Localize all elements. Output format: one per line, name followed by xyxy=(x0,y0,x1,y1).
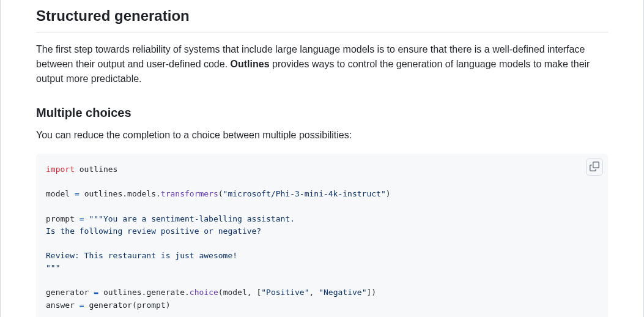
code-token: ( xyxy=(218,189,223,198)
code-token: generator xyxy=(46,288,89,297)
code-block: import outlines model = outlines.models.… xyxy=(36,154,608,317)
code-token: , xyxy=(309,288,319,297)
code-token: choice xyxy=(190,288,218,297)
code-token: answer xyxy=(46,300,75,310)
code-token: ( xyxy=(132,300,137,310)
section-heading: Structured generation xyxy=(36,5,608,32)
section-lead: The first step towards reliability of sy… xyxy=(36,42,608,86)
code-token: "Positive" xyxy=(261,288,309,297)
code-content: import outlines model = outlines.models.… xyxy=(46,163,598,311)
code-token: outlines.generate. xyxy=(103,288,190,297)
code-token: outlines.models. xyxy=(84,189,161,198)
copy-icon xyxy=(590,162,599,173)
code-token: model xyxy=(223,288,247,297)
code-token: = xyxy=(75,214,89,223)
code-token: , xyxy=(247,288,257,297)
code-token: transformers xyxy=(161,189,218,198)
code-token: import xyxy=(46,165,75,174)
code-token: outlines xyxy=(80,165,118,174)
code-token: ( xyxy=(218,288,223,297)
copy-button[interactable] xyxy=(586,158,603,176)
subsection-heading: Multiple choices xyxy=(36,103,608,122)
code-token: ) xyxy=(371,288,376,297)
code-token: ) xyxy=(166,300,171,310)
code-token xyxy=(75,165,80,174)
code-token: "microsoft/Phi-3-mini-4k-instruct" xyxy=(223,189,386,198)
code-token: model xyxy=(46,189,70,198)
lead-bold: Outlines xyxy=(231,59,270,69)
code-token: prompt xyxy=(137,300,166,310)
code-token: "Negative" xyxy=(319,288,366,297)
code-token: = xyxy=(89,288,103,297)
code-token: = xyxy=(75,300,89,310)
code-token: generator xyxy=(89,300,131,310)
subsection-body: You can reduce the completion to a choic… xyxy=(36,128,608,143)
code-token: ) xyxy=(386,189,391,198)
code-token: prompt xyxy=(46,214,75,223)
code-token: = xyxy=(70,189,84,198)
